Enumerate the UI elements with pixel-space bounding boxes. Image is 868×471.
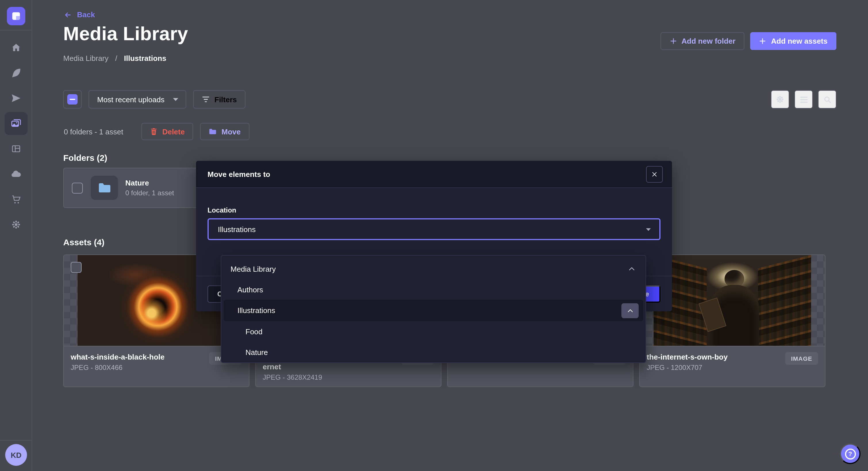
dropdown-item-food[interactable]: Food — [221, 321, 646, 342]
plus-icon — [670, 37, 677, 45]
folder-icon — [209, 128, 217, 135]
folder-thumb — [91, 176, 118, 200]
breadcrumb: Media Library / Illustrations — [63, 54, 166, 63]
dropdown-item-nature[interactable]: Nature — [221, 342, 646, 363]
close-icon — [651, 171, 658, 177]
selection-summary: 0 folders - 1 asset — [64, 127, 123, 136]
layout-icon — [11, 144, 21, 154]
modal-header: Move elements to — [196, 161, 672, 188]
app-window: KD Back Media Library Media Library / Il… — [0, 0, 868, 471]
feather-icon — [11, 68, 21, 78]
sort-select-value: Most recent uploads — [97, 95, 164, 104]
filters-button[interactable]: Filters — [193, 90, 245, 108]
back-link[interactable]: Back — [63, 10, 95, 19]
add-new-assets-label: Add new assets — [771, 37, 828, 45]
list-icon — [799, 96, 808, 103]
caret-down-icon — [173, 97, 179, 102]
cloud-icon — [10, 168, 22, 180]
sidebar-item-deploy[interactable] — [5, 163, 28, 186]
dropdown-item-authors[interactable]: Authors — [221, 279, 646, 300]
toolbar: Most recent uploads Filters — [63, 90, 245, 108]
grid-settings-button[interactable] — [771, 90, 789, 108]
folder-icon — [97, 182, 111, 194]
asset-checkbox[interactable] — [71, 262, 82, 273]
folder-count: 0 folder, 1 asset — [125, 189, 174, 197]
add-new-assets-button[interactable]: Add new assets — [750, 32, 836, 50]
list-view-button[interactable] — [795, 90, 813, 108]
avatar-initials: KD — [11, 450, 22, 459]
images-icon — [10, 118, 22, 129]
dropdown-item-label: Authors — [238, 285, 263, 294]
sidebar-item-content-type-builder[interactable] — [5, 137, 28, 160]
move-button[interactable]: Move — [200, 123, 249, 140]
collapse-children-button[interactable] — [621, 303, 639, 318]
location-label: Location — [208, 206, 660, 214]
dropdown-item-label: Food — [245, 327, 262, 336]
select-all-checkbox[interactable] — [63, 90, 82, 108]
asset-meta: JPEG - 1200X707 — [647, 364, 818, 372]
filter-icon — [202, 96, 210, 103]
sidebar-divider — [0, 440, 32, 441]
plus-icon — [759, 37, 767, 45]
dropdown-item-label: Illustrations — [238, 306, 275, 315]
question-mark-icon: ? — [845, 448, 856, 459]
paper-plane-icon — [11, 93, 21, 103]
folder-info: Nature 0 folder, 1 asset — [125, 179, 174, 197]
filters-label: Filters — [214, 95, 237, 104]
add-new-folder-label: Add new folder — [681, 37, 736, 45]
caret-down-icon — [646, 227, 651, 231]
dropdown-item-media-library[interactable]: Media Library — [221, 259, 646, 279]
modal-close-button[interactable] — [646, 166, 663, 182]
gear-icon — [775, 95, 785, 104]
selection-bar: 0 folders - 1 asset Delete Move — [64, 123, 249, 140]
library-photo — [654, 255, 811, 346]
location-dropdown: Media Library Authors Illustrations Food… — [221, 255, 646, 363]
back-label: Back — [77, 10, 95, 19]
checkbox-indeterminate-icon — [67, 94, 78, 105]
delete-label: Delete — [162, 127, 185, 136]
sidebar-item-release[interactable] — [5, 87, 28, 110]
breadcrumb-separator: / — [115, 54, 117, 63]
dropdown-item-label: Nature — [245, 348, 268, 357]
sidebar-item-content-manager[interactable] — [5, 62, 28, 85]
home-icon — [11, 42, 21, 53]
modal-body: Location Illustrations — [196, 188, 672, 240]
add-new-folder-button[interactable]: Add new folder — [660, 32, 744, 50]
breadcrumb-parent[interactable]: Media Library — [63, 54, 108, 63]
breadcrumb-current: Illustrations — [124, 54, 166, 63]
search-icon — [823, 95, 832, 104]
trash-icon — [150, 128, 158, 136]
delete-button[interactable]: Delete — [142, 123, 193, 140]
sidebar-item-home[interactable] — [5, 36, 28, 59]
cart-icon — [11, 194, 21, 204]
location-select[interactable]: Illustrations — [208, 218, 660, 240]
dropdown-item-label: Media Library — [230, 265, 276, 273]
asset-type-badge: IMAGE — [785, 352, 818, 365]
strapi-logo[interactable] — [7, 7, 25, 25]
arrow-left-icon — [63, 11, 72, 19]
help-button[interactable]: ? — [840, 443, 861, 464]
sort-select[interactable]: Most recent uploads — [89, 90, 186, 108]
modal-title: Move elements to — [208, 170, 270, 178]
folder-name: Nature — [125, 179, 174, 187]
sidebar: KD — [0, 0, 32, 471]
view-options — [771, 90, 836, 108]
search-button[interactable] — [818, 90, 836, 108]
folders-heading: Folders (2) — [63, 153, 107, 163]
asset-meta: JPEG - 800X466 — [71, 364, 242, 372]
avatar[interactable]: KD — [5, 444, 27, 466]
chevron-up-icon[interactable] — [628, 267, 635, 271]
page-title: Media Library — [63, 23, 188, 45]
location-select-value: Illustrations — [218, 225, 256, 234]
dropdown-item-illustrations[interactable]: Illustrations — [224, 300, 643, 321]
gear-icon — [11, 220, 21, 230]
folder-checkbox[interactable] — [72, 182, 83, 193]
sidebar-item-media-library[interactable] — [5, 112, 28, 135]
asset-card-footer: the-internet-s-own-boy JPEG - 1200X707 I… — [640, 346, 825, 387]
sidebar-item-settings[interactable] — [5, 213, 28, 236]
person-figure — [710, 270, 759, 346]
assets-heading: Assets (4) — [63, 237, 104, 247]
move-label: Move — [222, 127, 241, 136]
sidebar-item-marketplace[interactable] — [5, 188, 28, 211]
asset-meta: JPEG - 3628X2419 — [263, 373, 434, 381]
